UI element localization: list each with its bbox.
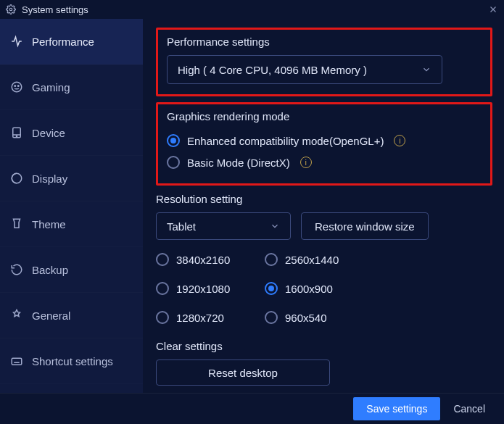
- sidebar-item-performance[interactable]: Performance: [0, 19, 143, 65]
- sidebar-item-display[interactable]: Display: [0, 156, 143, 201]
- radio-icon: [167, 134, 180, 147]
- radio-icon: [265, 311, 278, 324]
- device-icon: [10, 126, 23, 139]
- radio-icon: [167, 156, 180, 169]
- resolution-title: Resolution setting: [156, 193, 484, 205]
- sidebar-item-device[interactable]: Device: [0, 110, 143, 156]
- svg-point-2: [15, 86, 16, 87]
- svg-point-5: [16, 136, 17, 136]
- theme-icon: [10, 217, 23, 230]
- radio-icon: [156, 253, 169, 266]
- graphics-option-label: Enhanced compatibility mode(OpenGL+): [187, 135, 384, 147]
- reset-desktop-button[interactable]: Reset desktop: [156, 359, 330, 386]
- keyboard-icon: [10, 354, 23, 367]
- resolution-option-3840x2160[interactable]: 3840x2160: [156, 249, 265, 270]
- display-icon: [10, 172, 23, 185]
- backup-icon: [10, 263, 23, 276]
- resolution-option-1280x720[interactable]: 1280x720: [156, 307, 265, 328]
- graphics-title: Graphics rendering mode: [167, 110, 482, 122]
- sidebar-item-label: Display: [32, 172, 67, 185]
- cancel-button[interactable]: Cancel: [453, 403, 485, 415]
- performance-title: Performance settings: [167, 36, 482, 48]
- sidebar-item-label: General: [32, 309, 70, 322]
- graphics-option-label: Basic Mode (DirectX): [187, 157, 290, 169]
- sidebar-item-label: Backup: [32, 264, 68, 276]
- svg-rect-7: [12, 358, 22, 365]
- performance-select[interactable]: High ( 4 Core CPU, 4096 MB Memory ): [167, 55, 442, 84]
- graphics-section: Graphics rendering mode Enhanced compati…: [156, 102, 492, 186]
- sidebar-item-theme[interactable]: Theme: [0, 201, 143, 247]
- sidebar-item-gaming[interactable]: Gaming: [0, 65, 143, 110]
- gear-icon: [6, 4, 16, 14]
- window-title: System settings: [22, 4, 88, 15]
- resolution-select[interactable]: Tablet: [156, 212, 291, 240]
- sidebar-item-label: Gaming: [32, 81, 70, 93]
- gamepad-icon: [10, 80, 23, 93]
- svg-point-1: [12, 82, 22, 92]
- graphics-option-opengl[interactable]: Enhanced compatibility mode(OpenGL+) i: [167, 130, 482, 151]
- sidebar-item-backup[interactable]: Backup: [0, 247, 143, 293]
- footer: Save settings Cancel: [0, 393, 504, 424]
- radio-icon: [265, 282, 278, 295]
- radio-icon: [156, 311, 169, 324]
- sidebar-item-label: Device: [32, 127, 65, 139]
- sidebar-item-label: Theme: [32, 218, 66, 230]
- save-button[interactable]: Save settings: [353, 397, 440, 420]
- sidebar-item-shortcuts[interactable]: Shortcut settings: [0, 338, 143, 384]
- sidebar-item-label: Shortcut settings: [32, 355, 113, 367]
- clear-title: Clear settings: [156, 340, 484, 352]
- resolution-option-960x540[interactable]: 960x540: [265, 307, 373, 328]
- sidebar: Performance Gaming Device Display Theme …: [0, 19, 143, 393]
- sidebar-item-label: Performance: [32, 36, 94, 48]
- general-icon: [10, 309, 23, 322]
- resolution-section: Resolution setting Tablet Restore window…: [156, 193, 492, 393]
- close-icon[interactable]: [487, 3, 500, 16]
- svg-point-0: [9, 8, 12, 11]
- chevron-down-icon: [270, 221, 280, 231]
- radio-icon: [265, 253, 278, 266]
- sidebar-item-general[interactable]: General: [0, 293, 143, 338]
- svg-point-3: [18, 86, 20, 87]
- resolution-option-1600x900[interactable]: 1600x900: [265, 278, 373, 299]
- resolution-select-value: Tablet: [167, 220, 196, 233]
- pulse-icon: [10, 35, 23, 48]
- content-area: Performance settings High ( 4 Core CPU, …: [143, 19, 504, 393]
- radio-icon: [156, 282, 169, 295]
- resolution-option-1920x1080[interactable]: 1920x1080: [156, 278, 265, 299]
- performance-section: Performance settings High ( 4 Core CPU, …: [156, 28, 492, 96]
- resolution-option-2560x1440[interactable]: 2560x1440: [265, 249, 373, 270]
- info-icon[interactable]: i: [300, 157, 312, 168]
- chevron-down-icon: [421, 65, 431, 75]
- graphics-option-directx[interactable]: Basic Mode (DirectX) i: [167, 151, 482, 173]
- title-bar: System settings: [0, 0, 504, 19]
- restore-window-button[interactable]: Restore window size: [301, 212, 429, 240]
- performance-select-value: High ( 4 Core CPU, 4096 MB Memory ): [178, 64, 367, 76]
- info-icon[interactable]: i: [394, 135, 405, 146]
